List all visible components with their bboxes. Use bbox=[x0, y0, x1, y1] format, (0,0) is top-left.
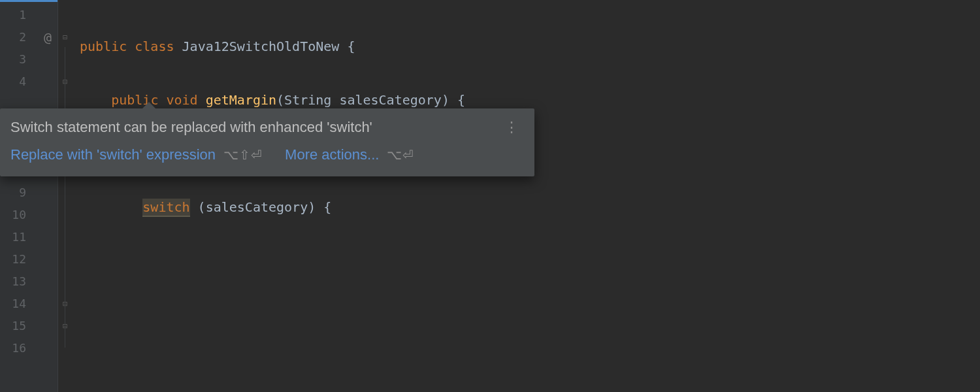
line-number: 2 bbox=[0, 26, 38, 48]
inspection-tooltip: Switch statement can be replaced with en… bbox=[0, 108, 534, 176]
line-number bbox=[0, 359, 38, 382]
action-label: More actions... bbox=[285, 146, 379, 163]
action-label: Replace with 'switch' expression bbox=[10, 146, 216, 163]
fold-gutter: ⊟ ⊟ ⊟ ⊟ bbox=[57, 0, 72, 392]
shortcut-hint: ⌥⇧⏎ bbox=[223, 147, 263, 163]
highlighted-keyword[interactable]: switch bbox=[142, 199, 189, 217]
code-line: switch (salesCategory) { bbox=[80, 196, 980, 218]
code-line: public void getMargin(String salesCatego… bbox=[80, 89, 980, 111]
shortcut-hint: ⌥⏎ bbox=[387, 147, 414, 163]
line-number: 3 bbox=[0, 48, 38, 71]
line-number: 10 bbox=[0, 204, 38, 226]
more-options-icon[interactable]: ⋮ bbox=[502, 120, 521, 135]
override-annotation-icon[interactable]: @ bbox=[38, 26, 57, 48]
line-number: 11 bbox=[0, 226, 38, 248]
code-area[interactable]: public class Java12SwitchOldToNew { publ… bbox=[72, 0, 980, 392]
line-number: 9 bbox=[0, 182, 38, 204]
line-number: 1 bbox=[0, 4, 38, 26]
annotation-gutter: @ bbox=[38, 0, 57, 392]
line-number: 16 bbox=[0, 337, 38, 359]
inspection-message: Switch statement can be replaced with en… bbox=[10, 119, 372, 136]
more-actions-link[interactable]: More actions... ⌥⏎ bbox=[285, 146, 414, 163]
code-editor[interactable]: 1 2 3 4 9 10 11 12 13 14 15 16 @ ⊟ ⊟ bbox=[0, 0, 980, 392]
code-line bbox=[80, 250, 980, 272]
line-number: 15 bbox=[0, 315, 38, 337]
code-line: public class Java12SwitchOldToNew { bbox=[80, 35, 980, 57]
line-number: 14 bbox=[0, 293, 38, 315]
replace-switch-action[interactable]: Replace with 'switch' expression ⌥⇧⏎ bbox=[10, 146, 263, 163]
line-number: 13 bbox=[0, 270, 38, 293]
tooltip-arrow-icon bbox=[141, 102, 157, 110]
code-line bbox=[80, 303, 980, 325]
line-number-gutter: 1 2 3 4 9 10 11 12 13 14 15 16 bbox=[0, 0, 38, 392]
fold-handle-icon[interactable]: ⊟ bbox=[58, 26, 72, 48]
line-number: 12 bbox=[0, 248, 38, 270]
code-line bbox=[80, 357, 980, 379]
line-number: 4 bbox=[0, 71, 38, 93]
